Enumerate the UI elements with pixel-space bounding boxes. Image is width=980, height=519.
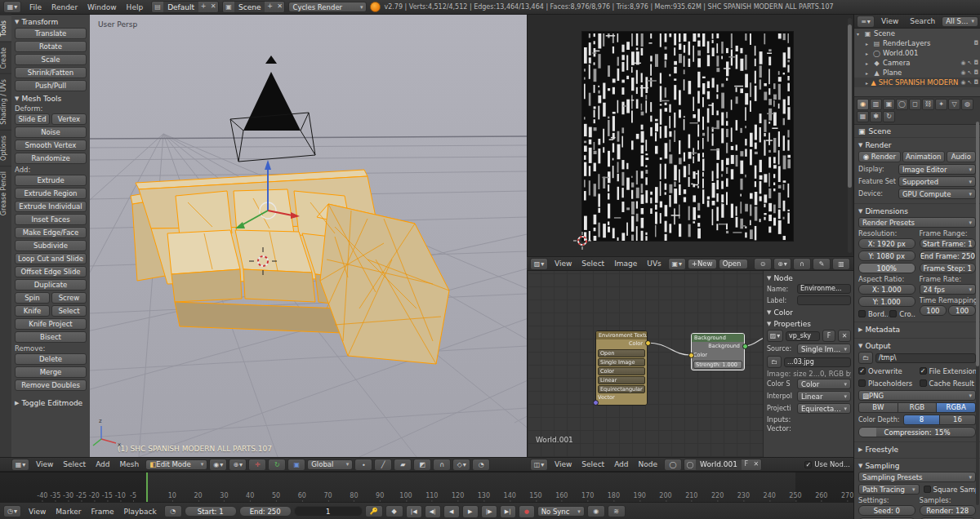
- main-menu-item[interactable]: Render: [47, 3, 82, 11]
- prev-keyframe-button[interactable]: ◀|: [425, 505, 441, 518]
- snap-icon[interactable]: ∩: [793, 258, 811, 270]
- outliner-row-world[interactable]: ▸ ◯ World.001: [854, 48, 980, 58]
- layout-selector[interactable]: ▤ Default + ✕: [151, 1, 219, 13]
- disclosure-icon[interactable]: ▸: [866, 80, 869, 86]
- jump-to-end-button[interactable]: ▶|: [500, 505, 516, 518]
- viewport-menu-item[interactable]: Add: [91, 460, 114, 468]
- panel-header-mesh-tools[interactable]: ▼ Mesh Tools: [15, 93, 87, 104]
- environment-texture-node[interactable]: Environment Texture Color Open Single Im…: [595, 330, 648, 406]
- add-tool-button[interactable]: Spin: [15, 292, 50, 304]
- outliner-view-menu[interactable]: View: [876, 17, 903, 25]
- main-menu-item[interactable]: Window: [82, 3, 122, 11]
- resolution-percentage-slider[interactable]: 100%: [858, 263, 915, 273]
- sampling-presets-dropdown[interactable]: Sampling Presets▾: [858, 472, 976, 482]
- node-title[interactable]: Background: [692, 334, 744, 342]
- viewport-menu-item[interactable]: Select: [58, 460, 91, 468]
- tab-data[interactable]: ▽: [948, 99, 960, 110]
- cache-result-checkbox[interactable]: Cache Result: [920, 378, 977, 388]
- remove-tool-button[interactable]: Delete: [15, 353, 87, 365]
- timeline-menu-item[interactable]: View: [24, 508, 51, 516]
- panel-header-properties[interactable]: ▼ Properties: [767, 318, 851, 330]
- snap-magnet-icon[interactable]: ∩: [433, 459, 451, 471]
- add-tool-button[interactable]: Knife: [15, 305, 50, 317]
- add-tool-button[interactable]: Inset Faces: [15, 214, 87, 225]
- viewport-3d[interactable]: x z User Persp (1) SHC SPANISH MODERN AL…: [90, 15, 527, 457]
- outliner-item-label[interactable]: SHC SPANISH MODERN: [879, 78, 959, 86]
- background-node[interactable]: Background Background Color Strength: 1.…: [691, 333, 745, 370]
- unlink-icon[interactable]: ✕: [751, 459, 761, 470]
- tab-object[interactable]: ◻: [909, 99, 921, 110]
- uv-menu-item[interactable]: Select: [577, 260, 609, 268]
- aspect-y-field[interactable]: Y: 1.000: [858, 296, 915, 307]
- render-opengl-icon[interactable]: ◔: [472, 459, 490, 471]
- compression-slider[interactable]: Compression: 15%: [858, 427, 976, 437]
- pin-icon[interactable]: ⊙: [754, 258, 772, 270]
- file-extensions-checkbox[interactable]: ✓File Extensions: [920, 366, 977, 376]
- strength-field[interactable]: Strength: 1.000: [693, 361, 742, 369]
- main-menu-item[interactable]: Help: [122, 3, 149, 11]
- feature-set-dropdown[interactable]: Supported▾: [898, 176, 976, 187]
- deform-tool-button[interactable]: Smooth Vertex: [15, 140, 87, 151]
- panel-header-freestyle[interactable]: ▶Freestyle: [858, 444, 976, 455]
- manipulator-scale-icon[interactable]: ▣: [287, 459, 305, 471]
- viewport-menu-item[interactable]: Mesh: [115, 460, 145, 468]
- add-tool-button[interactable]: Screw: [51, 292, 87, 304]
- current-frame-playhead[interactable]: [146, 472, 148, 502]
- panel-header-render[interactable]: ▼Render: [858, 140, 976, 151]
- projection-dropdown[interactable]: Equirectangular: [598, 385, 645, 393]
- add-tool-button[interactable]: Knife Project: [15, 318, 87, 330]
- display-dropdown[interactable]: Image Editor▾: [898, 164, 976, 175]
- square-samples-checkbox[interactable]: Square Sampl...: [924, 484, 977, 495]
- vector-input-socket[interactable]: [593, 400, 599, 406]
- end-frame-field[interactable]: End: 250: [239, 506, 292, 517]
- editor-type-info-icon[interactable]: ▦▾: [3, 1, 21, 13]
- outliner-search-menu[interactable]: Search: [905, 17, 940, 25]
- remove-tool-button[interactable]: Merge: [15, 366, 87, 378]
- background-output-socket[interactable]: [742, 344, 748, 349]
- scene-selector[interactable]: ▣ Scene + ✕: [222, 1, 285, 13]
- node-editor[interactable]: Environment Texture Color Open Single Im…: [527, 271, 854, 457]
- file-format-dropdown[interactable]: ▨ PNG▾: [858, 390, 976, 401]
- outliner-row-plane[interactable]: ▸ ▲ Plane ◉↖◘: [854, 68, 980, 78]
- crop-checkbox[interactable]: Cro...: [889, 308, 915, 319]
- scene-add-icon[interactable]: +: [265, 2, 274, 12]
- scene-delete-icon[interactable]: ✕: [274, 2, 284, 12]
- world-name[interactable]: World.001: [696, 460, 742, 468]
- timeline-menu-item[interactable]: Frame: [86, 508, 118, 516]
- node-menu-item[interactable]: View: [550, 460, 577, 468]
- rgba-toggle[interactable]: RGBA: [937, 402, 976, 413]
- folder-icon[interactable]: 🗀: [858, 352, 873, 364]
- source-dropdown[interactable]: Single Image▾: [797, 344, 851, 354]
- panel-header-dimensions[interactable]: ▼Dimensions: [858, 206, 976, 217]
- restrict-toggles[interactable]: ◉↖◘: [960, 79, 978, 86]
- snap-element-icon[interactable]: ◇▾: [452, 459, 470, 471]
- color-input-socket[interactable]: [688, 353, 694, 358]
- panel-header-toggle-editmode[interactable]: ▶ Toggle Editmode: [15, 397, 87, 409]
- add-tool-button[interactable]: Subdivide: [15, 240, 87, 251]
- disclosure-icon[interactable]: ▾: [857, 31, 862, 37]
- image-name-field[interactable]: vp_sky: [786, 331, 820, 341]
- colorspace-dropdown[interactable]: Color▾: [797, 379, 851, 389]
- transform-tool-button[interactable]: Translate: [15, 28, 87, 39]
- render-presets-dropdown[interactable]: Render Presets▾: [858, 217, 976, 228]
- outliner-item-label[interactable]: Plane: [883, 69, 902, 77]
- interpolation-dropdown[interactable]: Linear▾: [797, 391, 851, 401]
- colorspace-dropdown[interactable]: Color: [598, 367, 645, 375]
- tab-render[interactable]: ◉: [857, 99, 869, 110]
- color-output-socket[interactable]: [645, 340, 651, 346]
- select-mode-vertex-icon[interactable]: ∙: [354, 459, 372, 471]
- resolution-y-field[interactable]: Y: 1080 px: [858, 251, 915, 261]
- remap-old-field[interactable]: 100: [920, 305, 947, 316]
- transform-tool-button[interactable]: Shrink/Fatten: [15, 67, 87, 78]
- tab-material[interactable]: ◍: [961, 99, 973, 110]
- outliner-row-scene[interactable]: ▾ ▣ Scene: [854, 29, 980, 38]
- uv-menu-item[interactable]: View: [550, 260, 577, 268]
- use-nodes-checkbox[interactable]: ✓ Use Nod...: [804, 459, 850, 470]
- node-canvas[interactable]: Environment Texture Color Open Single Im…: [528, 271, 763, 457]
- audio-button[interactable]: Audio: [947, 151, 976, 162]
- remove-tool-button[interactable]: Remove Doubles: [15, 379, 87, 391]
- tab-render-layers[interactable]: ▥: [870, 99, 882, 110]
- outliner-scope-select[interactable]: All Scenes ▾: [942, 16, 978, 27]
- viewport-canvas[interactable]: x z: [90, 15, 527, 457]
- orientation-select[interactable]: Global ▾: [307, 459, 353, 470]
